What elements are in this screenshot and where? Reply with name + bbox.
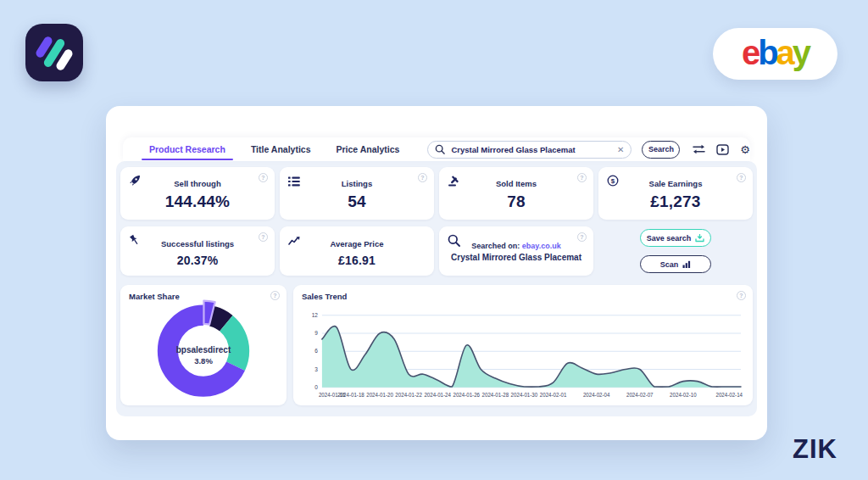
sales-trend-card: ? Sales Trend 0369122024-01-162024-01-18…: [293, 285, 753, 405]
market-share-card: ? Market Share bpsalesdirect 3.8%: [120, 285, 287, 405]
stat-card-sale-earnings: $ ? Sale Earnings £1,273: [598, 167, 753, 220]
stat-label: Sale Earnings: [649, 179, 703, 188]
actions-column: Save search Scan: [598, 226, 753, 276]
svg-text:$: $: [611, 177, 615, 185]
search-icon: [448, 234, 460, 250]
clear-search-icon[interactable]: ✕: [617, 145, 624, 154]
svg-text:2024-02-01: 2024-02-01: [540, 392, 567, 398]
stat-value: 144.44%: [165, 193, 230, 211]
save-search-button[interactable]: Save search: [640, 229, 711, 247]
market-share-donut[interactable]: bpsalesdirect 3.8%: [129, 298, 278, 399]
svg-text:2024-02-10: 2024-02-10: [670, 392, 697, 398]
search-input[interactable]: [451, 145, 617, 154]
stat-value: 20.37%: [177, 254, 219, 267]
help-icon[interactable]: ?: [737, 173, 746, 182]
search-icon: [435, 144, 445, 154]
searched-on-line: Searched on: ebay.co.uk: [471, 242, 560, 250]
svg-text:2024-01-18: 2024-01-18: [337, 392, 364, 398]
svg-text:9: 9: [314, 330, 318, 336]
tab-price-analytics[interactable]: Price Analytics: [323, 144, 412, 154]
sales-trend-chart[interactable]: 0369122024-01-162024-01-182024-01-202024…: [302, 303, 744, 399]
bar-chart-icon: [682, 260, 691, 268]
rocket-icon: [129, 175, 141, 190]
tab-product-research[interactable]: Product Research: [136, 144, 238, 154]
help-icon[interactable]: ?: [259, 232, 268, 242]
searched-product-name: Crystal Mirrored Glass Placemat: [451, 253, 581, 264]
stat-value: 78: [507, 193, 526, 211]
zik-app-logo: [25, 24, 83, 81]
svg-text:2024-01-20: 2024-01-20: [366, 392, 393, 398]
svg-text:2024-02-07: 2024-02-07: [626, 392, 654, 398]
stat-value: 54: [348, 193, 366, 211]
stat-value: £16.91: [338, 254, 376, 267]
scan-label: Scan: [660, 260, 679, 269]
ebay-logo-badge: ebay: [713, 28, 837, 80]
stat-card-average-price: Average Price £16.91: [280, 226, 434, 276]
settings-gear-icon[interactable]: ⚙: [740, 144, 750, 155]
trend-icon: [288, 234, 301, 249]
stat-label: Sold Items: [496, 179, 537, 188]
search-bar[interactable]: ✕: [427, 141, 632, 159]
ebay-letter-b: b: [758, 34, 776, 71]
pin-icon: [129, 234, 140, 249]
ebay-letter-y: y: [793, 34, 809, 71]
svg-text:2024-01-30: 2024-01-30: [511, 392, 538, 398]
help-icon[interactable]: ?: [259, 173, 268, 182]
svg-text:0: 0: [314, 384, 318, 390]
svg-text:2024-01-26: 2024-01-26: [453, 392, 480, 398]
video-tutorial-icon[interactable]: [716, 144, 729, 155]
ebay-letter-a: a: [776, 34, 793, 71]
help-icon[interactable]: ?: [737, 291, 746, 300]
stat-label: Listings: [342, 179, 372, 188]
ebay-logo: ebay: [742, 36, 809, 73]
svg-text:2024-01-28: 2024-01-28: [482, 392, 509, 398]
searched-on-label: Searched on:: [471, 242, 520, 250]
tab-bar: Product Research Title Analytics Price A…: [123, 137, 750, 161]
svg-text:2024-01-22: 2024-01-22: [395, 392, 422, 398]
sales-trend-title: Sales Trend: [302, 292, 744, 301]
search-button[interactable]: Search: [642, 141, 680, 159]
svg-text:2024-01-24: 2024-01-24: [424, 392, 451, 398]
help-icon[interactable]: ?: [418, 173, 427, 182]
dollar-circle-icon: $: [607, 175, 619, 190]
stat-card-listings: ? Listings 54: [280, 167, 434, 220]
stat-card-sell-through: ? Sell through 144.44%: [120, 167, 275, 220]
help-icon[interactable]: ?: [577, 232, 587, 242]
stat-label: Average Price: [330, 239, 383, 248]
stat-card-searched-on: ? Searched on: ebay.co.uk Crystal Mirror…: [439, 226, 593, 276]
list-icon: [288, 175, 300, 190]
help-icon[interactable]: ?: [577, 173, 587, 182]
stat-label: Successful listings: [161, 239, 234, 248]
save-icon: [695, 234, 704, 243]
svg-text:2024-02-14: 2024-02-14: [715, 392, 743, 398]
svg-text:12: 12: [312, 312, 319, 318]
save-search-label: Save search: [647, 234, 692, 243]
svg-text:2024-02-04: 2024-02-04: [583, 392, 610, 398]
stat-card-successful-listings: ? Successful listings 20.37%: [120, 226, 275, 276]
stat-label: Sell through: [174, 179, 220, 188]
gavel-icon: [448, 175, 459, 190]
tab-title-analytics[interactable]: Title Analytics: [238, 144, 324, 154]
svg-text:3: 3: [314, 366, 318, 372]
stat-card-sold-items: ? Sold Items 78: [439, 167, 593, 220]
ebay-letter-e: e: [742, 34, 758, 71]
dashboard-panel: Product Research Title Analytics Price A…: [106, 106, 767, 440]
svg-text:6: 6: [314, 348, 318, 354]
zik-brand-text: ZIK: [793, 434, 837, 465]
scan-button[interactable]: Scan: [640, 255, 711, 273]
dashboard-content: ? Sell through 144.44%: [116, 161, 757, 416]
stat-value: £1,273: [650, 193, 700, 211]
filters-icon[interactable]: [693, 144, 705, 154]
ebay-site-link[interactable]: ebay.co.uk: [522, 242, 561, 250]
